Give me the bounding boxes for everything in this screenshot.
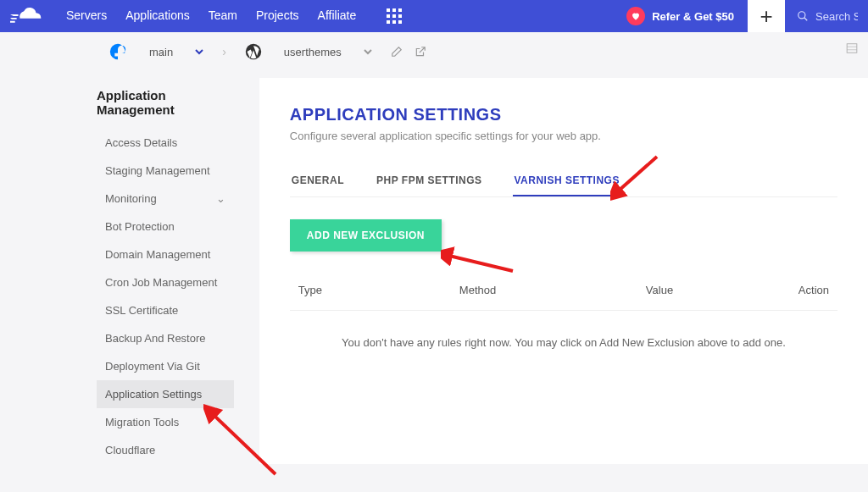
refer-link[interactable]: Refer & Get $50 bbox=[626, 7, 734, 25]
chevron-right-icon: › bbox=[222, 45, 226, 58]
nav-servers[interactable]: Servers bbox=[66, 8, 107, 24]
chevron-down-icon: ⌄ bbox=[216, 192, 225, 205]
chevron-down-icon bbox=[364, 47, 372, 56]
col-action: Action bbox=[798, 284, 829, 296]
list-view-icon[interactable] bbox=[846, 42, 858, 54]
server-name: main bbox=[149, 46, 173, 58]
search-input[interactable] bbox=[815, 10, 858, 23]
svg-rect-3 bbox=[387, 14, 390, 18]
sidebar: Application Management Access Details St… bbox=[97, 71, 234, 464]
nav-projects[interactable]: Projects bbox=[256, 8, 299, 24]
sidebar-item-ssl[interactable]: SSL Certificate bbox=[97, 296, 234, 324]
cloudways-logo[interactable] bbox=[10, 6, 46, 26]
svg-line-10 bbox=[804, 18, 808, 21]
sidebar-title: Application Management bbox=[97, 88, 234, 117]
svg-rect-1 bbox=[392, 8, 396, 12]
page-subtitle: Configure several application specific s… bbox=[290, 130, 837, 142]
svg-rect-0 bbox=[387, 8, 390, 12]
search-icon bbox=[797, 10, 809, 22]
nav-applications[interactable]: Applications bbox=[125, 8, 190, 24]
empty-state: You don't have any rules right now. You … bbox=[290, 310, 837, 374]
sidebar-item-label: Monitoring bbox=[105, 192, 157, 205]
sidebar-item-access[interactable]: Access Details bbox=[97, 129, 234, 157]
app-name: userthemes bbox=[284, 46, 342, 58]
nav-affiliate[interactable]: Affiliate bbox=[318, 8, 357, 24]
svg-point-9 bbox=[798, 12, 805, 19]
wordpress-icon bbox=[245, 43, 262, 60]
sidebar-item-domain[interactable]: Domain Management bbox=[97, 240, 234, 268]
add-button[interactable]: + bbox=[748, 0, 785, 32]
edit-icon[interactable] bbox=[391, 46, 403, 58]
tab-varnish[interactable]: VARNISH SETTINGS bbox=[513, 166, 621, 196]
nav-team[interactable]: Team bbox=[209, 8, 237, 24]
top-nav: Servers Applications Team Projects Affil… bbox=[66, 8, 626, 24]
app-selector[interactable]: userthemes bbox=[238, 40, 379, 64]
heart-icon bbox=[626, 7, 645, 25]
table-header: Type Method Value Action bbox=[290, 270, 837, 310]
sidebar-item-backup[interactable]: Backup And Restore bbox=[97, 324, 234, 352]
main-panel: APPLICATION SETTINGS Configure several a… bbox=[259, 78, 868, 464]
add-exclusion-button[interactable]: ADD NEW EXCLUSION bbox=[290, 219, 442, 252]
sidebar-item-staging[interactable]: Staging Management bbox=[97, 157, 234, 185]
col-method: Method bbox=[459, 284, 646, 296]
search-box[interactable] bbox=[785, 10, 858, 23]
tabs: GENERAL PHP FPM SETTINGS VARNISH SETTING… bbox=[290, 166, 837, 197]
sidebar-item-cloudflare[interactable]: Cloudflare bbox=[97, 436, 234, 464]
sidebar-item-deploy[interactable]: Deployment Via Git bbox=[97, 352, 234, 380]
svg-rect-5 bbox=[398, 14, 402, 18]
chevron-down-icon bbox=[195, 47, 203, 56]
svg-rect-12 bbox=[847, 44, 857, 53]
server-selector[interactable]: main bbox=[102, 39, 210, 64]
page-title: APPLICATION SETTINGS bbox=[290, 105, 837, 124]
refer-label: Refer & Get $50 bbox=[652, 10, 734, 23]
sidebar-item-bot[interactable]: Bot Protection bbox=[97, 213, 234, 240]
digitalocean-icon bbox=[108, 42, 127, 61]
sidebar-item-cron[interactable]: Cron Job Management bbox=[97, 268, 234, 296]
svg-rect-6 bbox=[387, 20, 390, 24]
external-link-icon[interactable] bbox=[415, 46, 426, 58]
sidebar-item-migration[interactable]: Migration Tools bbox=[97, 408, 234, 436]
svg-rect-8 bbox=[398, 20, 402, 24]
svg-rect-4 bbox=[392, 14, 396, 18]
breadcrumb: main › userthemes bbox=[0, 32, 868, 71]
svg-rect-7 bbox=[392, 20, 396, 24]
tab-general[interactable]: GENERAL bbox=[290, 166, 346, 196]
tab-phpfpm[interactable]: PHP FPM SETTINGS bbox=[375, 166, 483, 196]
sidebar-item-appsettings[interactable]: Application Settings bbox=[97, 380, 234, 408]
col-type: Type bbox=[298, 284, 459, 296]
svg-rect-2 bbox=[398, 8, 402, 12]
sidebar-item-monitoring[interactable]: Monitoring ⌄ bbox=[97, 185, 234, 213]
col-value: Value bbox=[646, 284, 798, 296]
apps-grid-icon[interactable] bbox=[387, 8, 402, 24]
